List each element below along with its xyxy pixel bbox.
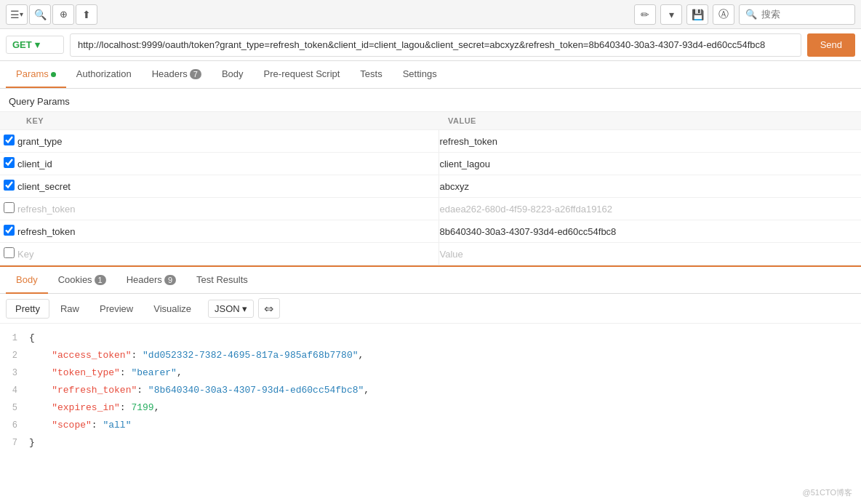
placeholder-key: refresh_token: [17, 204, 76, 215]
zoom-out-icon: 🔍: [34, 9, 47, 20]
param-row: grant_type refresh_token: [0, 130, 861, 153]
zoom-in-btn[interactable]: ⊕: [52, 4, 74, 25]
pretty-label: Pretty: [15, 303, 40, 314]
body-tab-preview[interactable]: Preview: [90, 299, 143, 319]
body-tab-visualize[interactable]: Visualize: [144, 299, 201, 319]
line-content: "expires_in": 7199,: [29, 400, 861, 416]
wrap-icon: ⇔: [264, 302, 273, 316]
edit-icon: ✏: [641, 9, 649, 20]
param-row: client_id client_lagou: [0, 153, 861, 175]
chevron-down-icon: ▾: [669, 9, 674, 20]
tab-body[interactable]: Body: [212, 61, 254, 88]
visualize-label: Visualize: [153, 303, 191, 314]
param-value: edaea262-680d-4f59-8223-a26ffda19162: [439, 198, 861, 220]
headers-badge: 7: [190, 69, 201, 79]
url-bar: GET ▾ Send: [0, 29, 861, 61]
format-arrow: ▾: [242, 303, 247, 314]
share-icon: ⬆: [82, 9, 91, 20]
res-tab-headers-label: Headers: [127, 274, 162, 285]
code-line: 1 {: [0, 329, 861, 347]
menu-icon: ☰: [10, 9, 20, 20]
code-line: 5 "expires_in": 7199,: [0, 399, 861, 417]
param-row: refresh_token 8b640340-30a3-4307-93d4-ed…: [0, 220, 861, 243]
search-icon: 🔍: [745, 9, 757, 20]
param-value: refresh_token: [439, 130, 861, 153]
val-col-header: VALUE: [439, 112, 861, 130]
search-box[interactable]: 🔍: [739, 4, 855, 25]
tab-body-label: Body: [222, 68, 244, 79]
search-input[interactable]: [761, 9, 849, 20]
cookies-badge: 1: [95, 275, 106, 285]
tab-params[interactable]: Params: [6, 61, 66, 88]
res-tab-body[interactable]: Body: [6, 267, 48, 294]
share-btn[interactable]: ⬆: [76, 4, 97, 25]
params-table: KEY VALUE grant_type refresh_token clien…: [0, 111, 861, 265]
method-select[interactable]: GET ▾: [6, 36, 64, 54]
param-row: client_secret abcxyz: [0, 175, 861, 198]
edit-btn[interactable]: ✏: [634, 4, 656, 25]
tab-params-label: Params: [16, 68, 49, 79]
dropdown-btn[interactable]: ☰ ▾: [6, 4, 28, 25]
code-line: 7 }: [0, 434, 861, 452]
param-check-col: [0, 175, 17, 198]
save-btn[interactable]: 💾: [686, 4, 708, 25]
account-btn[interactable]: Ⓐ: [713, 4, 734, 25]
tab-tests[interactable]: Tests: [350, 61, 392, 88]
tab-authorization[interactable]: Authorization: [66, 61, 142, 88]
param-check-col: [0, 130, 17, 153]
preview-label: Preview: [100, 303, 133, 314]
send-button[interactable]: Send: [807, 33, 855, 57]
param-checkbox[interactable]: [4, 135, 15, 145]
zoom-out-btn[interactable]: 🔍: [29, 4, 51, 25]
format-select[interactable]: JSON ▾: [208, 300, 254, 318]
placeholder-key: Key: [17, 249, 33, 260]
tab-settings[interactable]: Settings: [393, 61, 447, 88]
url-input[interactable]: [70, 33, 801, 57]
param-key: grant_type: [17, 130, 439, 153]
save-icon: 💾: [692, 9, 704, 20]
left-toolbar-group: ☰ ▾ 🔍 ⊕ ⬆: [6, 4, 97, 25]
code-line: 6 "scope": "all": [0, 417, 861, 434]
param-key: Key: [17, 243, 439, 265]
code-line: 3 "token_type": "bearer",: [0, 364, 861, 382]
res-tab-test-results[interactable]: Test Results: [186, 267, 258, 294]
param-checkbox[interactable]: [4, 247, 15, 258]
code-line: 2 "access_token": "dd052332-7382-4695-81…: [0, 347, 861, 364]
params-dot: [51, 72, 56, 77]
line-content: "refresh_token": "8b640340-30a3-4307-93d…: [29, 383, 861, 399]
res-tab-headers[interactable]: Headers9: [116, 267, 186, 294]
response-tabs-bar: Body Cookies1 Headers9 Test Results: [0, 265, 861, 294]
account-icon: Ⓐ: [718, 8, 729, 21]
key-col-header: KEY: [17, 112, 439, 130]
line-num: 5: [0, 400, 29, 416]
res-tab-body-label: Body: [16, 274, 38, 285]
param-value: abcxyz: [439, 175, 861, 198]
tab-prerequest-label: Pre-request Script: [264, 68, 340, 79]
line-content: "scope": "all": [29, 417, 861, 433]
tab-prerequest[interactable]: Pre-request Script: [254, 61, 351, 88]
wrap-btn[interactable]: ⇔: [258, 298, 280, 319]
line-num: 4: [0, 383, 29, 399]
body-tab-raw[interactable]: Raw: [51, 299, 89, 319]
res-tab-test-results-label: Test Results: [196, 274, 248, 285]
dropdown2-btn[interactable]: ▾: [660, 4, 682, 25]
tab-headers[interactable]: Headers7: [142, 61, 212, 88]
param-key: refresh_token: [17, 198, 439, 220]
line-content: "token_type": "bearer",: [29, 365, 861, 381]
param-checkbox[interactable]: [4, 202, 15, 213]
line-num: 7: [0, 435, 29, 451]
param-value: 8b640340-30a3-4307-93d4-ed60cc54fbc8: [439, 220, 861, 243]
res-tab-cookies[interactable]: Cookies1: [48, 267, 116, 294]
query-params-label: Query Params: [0, 89, 861, 111]
method-label: GET: [12, 39, 32, 50]
param-row: refresh_token edaea262-680d-4f59-8223-a2…: [0, 198, 861, 220]
placeholder-val: edaea262-680d-4f59-8223-a26ffda19162: [439, 204, 612, 215]
tab-tests-label: Tests: [360, 68, 382, 79]
param-key: client_secret: [17, 175, 439, 198]
param-checkbox[interactable]: [4, 225, 15, 236]
line-content: "access_token": "dd052332-7382-4695-817a…: [29, 348, 861, 364]
param-checkbox[interactable]: [4, 157, 15, 168]
param-checkbox[interactable]: [4, 180, 15, 191]
body-tab-pretty[interactable]: Pretty: [6, 299, 49, 319]
right-toolbar: ✏ ▾ 💾 Ⓐ 🔍: [634, 4, 855, 25]
